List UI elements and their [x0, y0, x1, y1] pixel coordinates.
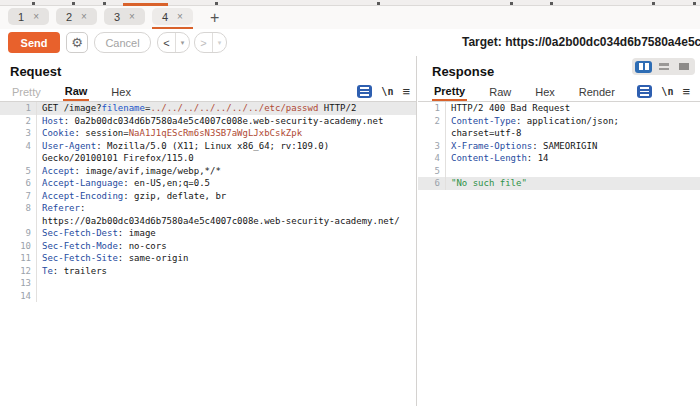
code-line[interactable]: 11Sec-Fetch-Site: same-origin	[0, 252, 416, 265]
code-line[interactable]: 9Sec-Fetch-Dest: image	[0, 227, 416, 240]
line-number: 1	[0, 102, 37, 115]
syntax-format-icon[interactable]	[357, 85, 372, 98]
code-line[interactable]: 8Referer:	[0, 202, 416, 215]
line-number: 2	[0, 115, 37, 128]
tab-label: 2	[66, 11, 72, 23]
code-line[interactable]: 3Cookie: session=NaA1J1qEScRm6sN3SB7aWgL…	[0, 127, 416, 140]
response-panel: Response Pretty Raw Hex Render \n ≡ 1HTT…	[418, 56, 700, 406]
tab-hex[interactable]: Hex	[533, 83, 557, 101]
code-line[interactable]: 1HTTP/2 400 Bad Request	[418, 102, 700, 115]
code-line[interactable]: 4Content-Length: 14	[418, 152, 700, 165]
request-view-tabs: Pretty Raw Hex	[0, 83, 416, 102]
tab-label: 1	[18, 11, 24, 23]
request-response-split: Request Pretty Raw Hex \n ≡ 1GET /image?…	[0, 56, 700, 406]
line-number	[0, 215, 37, 228]
tab-raw[interactable]: Raw	[63, 83, 90, 101]
line-number: 14	[0, 290, 37, 303]
chevron-down-icon: ▾	[213, 33, 226, 52]
line-number: 10	[0, 240, 37, 253]
layout-switcher	[632, 58, 695, 75]
code-line[interactable]: https://0a2b00dc034d6b7580a4e5c4007c008e…	[0, 215, 416, 228]
code-line[interactable]: charset=utf-8	[418, 127, 700, 140]
code-line[interactable]: 3X-Frame-Options: SAMEORIGIN	[418, 140, 700, 153]
layout-columns-icon[interactable]	[635, 61, 652, 73]
close-tab-icon[interactable]: ×	[81, 11, 87, 22]
code-line[interactable]: 14	[0, 290, 416, 303]
gear-icon[interactable]: ⚙	[66, 32, 88, 53]
line-number: 2	[418, 115, 446, 128]
code-line[interactable]: 6Accept-Language: en-US,en;q=0.5	[0, 177, 416, 190]
line-number: 7	[0, 190, 37, 203]
repeater-tab-2[interactable]: 2×	[56, 6, 97, 29]
line-number: 3	[418, 140, 446, 153]
code-line[interactable]: 13	[0, 277, 416, 290]
request-editor-icons: \n ≡	[357, 85, 410, 98]
code-line[interactable]: 4User-Agent: Mozilla/5.0 (X11; Linux x86…	[0, 140, 416, 153]
tab-label: 3	[114, 11, 120, 23]
code-line[interactable]: 2Host: 0a2b00dc034d6b7580a4e5c4007c008e.…	[0, 115, 416, 128]
code-line[interactable]: 2Content-Type: application/json;	[418, 115, 700, 128]
send-button[interactable]: Send	[8, 32, 60, 53]
chevron-down-icon[interactable]: ▾	[176, 33, 189, 52]
line-number: 9	[0, 227, 37, 240]
line-number: 1	[418, 102, 446, 115]
layout-rows-icon[interactable]	[655, 61, 672, 73]
line-number: 13	[0, 277, 37, 290]
add-tab-button[interactable]: +	[206, 9, 223, 27]
forward-arrow-icon: >	[195, 33, 213, 52]
line-number: 8	[0, 202, 37, 215]
cancel-button[interactable]: Cancel	[94, 32, 151, 53]
tab-pretty[interactable]: Pretty	[10, 83, 43, 101]
repeater-tab-4[interactable]: 4×	[152, 6, 193, 29]
line-number	[0, 152, 37, 165]
tab-label: 4	[162, 11, 168, 23]
line-number: 3	[0, 127, 37, 140]
tab-pretty[interactable]: Pretty	[432, 83, 467, 101]
line-number: 5	[418, 165, 446, 178]
repeater-tab-3[interactable]: 3×	[104, 6, 145, 29]
response-editor-icons: \n ≡	[637, 85, 690, 98]
request-panel: Request Pretty Raw Hex \n ≡ 1GET /image?…	[0, 56, 417, 406]
show-newlines-icon[interactable]: \n	[661, 86, 673, 97]
target-label: Target:	[462, 35, 502, 49]
request-title: Request	[10, 64, 61, 79]
code-line[interactable]: 1GET /image?filename=../../../../../../.…	[0, 102, 416, 115]
line-number: 11	[0, 252, 37, 265]
line-number	[418, 127, 446, 140]
close-tab-icon[interactable]: ×	[177, 11, 183, 22]
response-title: Response	[432, 64, 494, 79]
line-number: 6	[0, 177, 37, 190]
tab-hex[interactable]: Hex	[109, 83, 133, 101]
code-line[interactable]: Gecko/20100101 Firefox/115.0	[0, 152, 416, 165]
request-editor[interactable]: 1GET /image?filename=../../../../../../.…	[0, 102, 416, 406]
code-line[interactable]: 5	[418, 165, 700, 178]
code-line[interactable]: 7Accept-Encoding: gzip, deflate, br	[0, 190, 416, 203]
layout-single-icon[interactable]	[675, 61, 692, 73]
show-newlines-icon[interactable]: \n	[381, 86, 393, 97]
line-number: 4	[418, 152, 446, 165]
code-line[interactable]: 5Accept: image/avif,image/webp,*/*	[0, 165, 416, 178]
close-tab-icon[interactable]: ×	[129, 11, 135, 22]
history-back-button[interactable]: < ▾	[157, 32, 190, 53]
response-editor[interactable]: 1HTTP/2 400 Bad Request2Content-Type: ap…	[418, 102, 700, 406]
tab-render[interactable]: Render	[577, 83, 617, 101]
back-arrow-icon[interactable]: <	[158, 33, 176, 52]
editor-menu-icon[interactable]: ≡	[682, 85, 690, 98]
tab-raw[interactable]: Raw	[487, 83, 513, 101]
repeater-tabbar: 1× 2× 3× 4× +	[0, 6, 700, 29]
target-url: Target: https://0a2b00dc034d6b7580a4e5c4…	[462, 35, 700, 49]
history-forward-button[interactable]: > ▾	[194, 32, 227, 53]
repeater-toolbar: Send ⚙ Cancel < ▾ > ▾ Target: https://0a…	[0, 29, 700, 56]
code-line[interactable]: 10Sec-Fetch-Mode: no-cors	[0, 240, 416, 253]
code-line[interactable]: 12Te: trailers	[0, 265, 416, 278]
code-line[interactable]: 6"No such file"	[418, 177, 700, 190]
close-tab-icon[interactable]: ×	[33, 11, 39, 22]
syntax-format-icon[interactable]	[637, 85, 652, 98]
target-url-value: https://0a2b00dc034d6b7580a4e5c4007c008e	[505, 35, 700, 49]
line-number: 5	[0, 165, 37, 178]
editor-menu-icon[interactable]: ≡	[402, 85, 410, 98]
line-number: 6	[418, 177, 446, 190]
line-number: 4	[0, 140, 37, 153]
line-number: 12	[0, 265, 37, 278]
repeater-tab-1[interactable]: 1×	[8, 6, 49, 29]
